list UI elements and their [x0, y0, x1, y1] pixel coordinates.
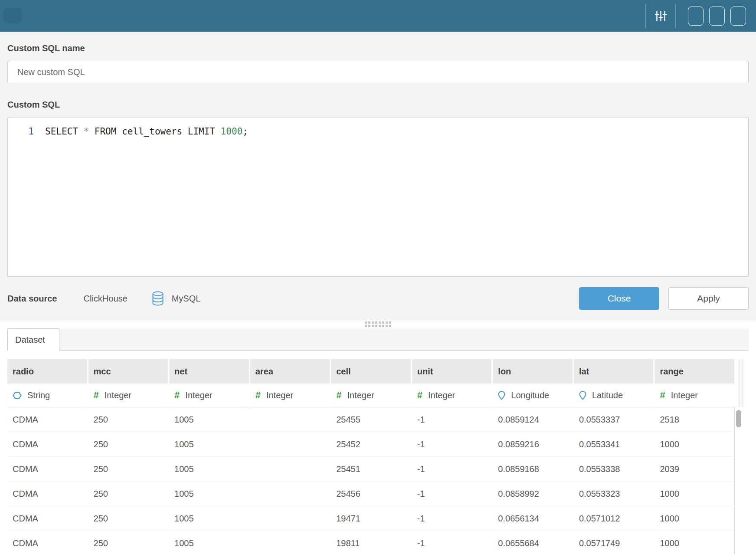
cell-mcc: 250 — [88, 407, 168, 432]
column-type-mcc: # Integer — [88, 384, 168, 407]
sql-token: ; — [242, 126, 248, 137]
data-source-option-clickhouse[interactable]: ClickHouse — [84, 294, 128, 304]
cell-range: 1000 — [655, 432, 734, 456]
topbar-action-button[interactable] — [730, 7, 746, 26]
apply-button[interactable]: Apply — [668, 287, 749, 310]
topbar — [0, 0, 756, 32]
table-row: CDMA 250 1005 25456 -1 0.0858992 0.05533… — [7, 481, 734, 506]
settings-button[interactable] — [652, 7, 669, 25]
sql-editor[interactable]: 1 SELECT * FROM cell_towers LIMIT 1000; — [7, 118, 749, 277]
cell-lon: 0.0858992 — [493, 482, 573, 506]
cell-mcc: 250 — [88, 482, 168, 506]
cell-net: 1005 — [169, 482, 249, 506]
cell-lat: 0.0571749 — [574, 531, 654, 554]
sql-token: SELECT — [45, 126, 84, 137]
column-header-lat[interactable]: lat — [574, 359, 654, 384]
cell-net: 1005 — [169, 531, 249, 554]
cell-unit: -1 — [412, 407, 492, 432]
cell-cell: 19811 — [331, 531, 411, 554]
column-header-range[interactable]: range — [655, 359, 734, 384]
cell-mcc: 250 — [88, 506, 168, 531]
cell-net: 1005 — [169, 407, 249, 432]
column-type-label: Integer — [671, 390, 698, 400]
cell-cell: 25452 — [331, 432, 411, 456]
cell-area — [250, 506, 330, 531]
cell-radio: CDMA — [7, 482, 87, 506]
column-type-label: Integer — [105, 390, 131, 400]
column-type-cell: # Integer — [331, 384, 411, 407]
cell-range: 1000 — [655, 506, 734, 531]
column-header-unit[interactable]: unit — [412, 359, 492, 384]
topbar-separator — [675, 4, 676, 28]
data-source-option-mysql[interactable]: MySQL — [152, 291, 201, 306]
sql-token: FROM cell_towers LIMIT — [89, 126, 220, 137]
integer-type-icon: # — [174, 390, 180, 401]
cell-lon: 0.0859216 — [493, 432, 573, 456]
table-vertical-scrollbar[interactable] — [734, 359, 749, 554]
cell-lon: 0.0859124 — [493, 407, 573, 432]
column-header-mcc[interactable]: mcc — [88, 359, 168, 384]
cell-lat: 0.0553341 — [574, 432, 654, 456]
cell-cell: 25455 — [331, 407, 411, 432]
topbar-menu-shade — [3, 8, 22, 23]
cell-range: 2039 — [655, 457, 734, 481]
column-type-net: # Integer — [169, 384, 249, 407]
cell-area — [250, 457, 330, 481]
cell-lon: 0.0656134 — [493, 506, 573, 531]
dataset-preview-pane: Dataset radio mcc net area cell unit lon… — [0, 328, 756, 554]
column-type-lat: Latitude — [574, 384, 654, 407]
cell-radio: CDMA — [7, 457, 87, 481]
column-header-lon[interactable]: lon — [493, 359, 573, 384]
cell-radio: CDMA — [7, 506, 87, 531]
data-source-label: Data source — [7, 294, 57, 304]
tab-dataset[interactable]: Dataset — [7, 328, 59, 351]
cell-lat: 0.0553337 — [574, 407, 654, 432]
topbar-action-button[interactable] — [709, 7, 725, 26]
column-type-lon: Longitude — [493, 384, 573, 407]
table-type-row: String # Integer # Integer # Integer # I… — [7, 384, 734, 407]
custom-sql-name-input[interactable] — [7, 61, 749, 83]
topbar-separator — [645, 4, 646, 28]
table-row: CDMA 250 1005 19811 -1 0.0655684 0.05717… — [7, 531, 734, 554]
column-header-cell[interactable]: cell — [331, 359, 411, 384]
column-header-net[interactable]: net — [169, 359, 249, 384]
cell-mcc: 250 — [88, 457, 168, 481]
column-type-label: Latitude — [592, 390, 623, 400]
column-type-range: # Integer — [655, 384, 734, 407]
sliders-icon — [655, 10, 667, 22]
tabstrip-filler — [59, 328, 749, 351]
column-header-area[interactable]: area — [250, 359, 330, 384]
cell-unit: -1 — [412, 531, 492, 554]
scrollbar-track-shade — [739, 359, 743, 407]
cell-unit: -1 — [412, 432, 492, 456]
cell-lat: 0.0553323 — [574, 482, 654, 506]
clickhouse-option-label: ClickHouse — [84, 294, 128, 304]
column-type-label: Integer — [428, 390, 455, 400]
column-type-unit: # Integer — [412, 384, 492, 407]
cell-area — [250, 482, 330, 506]
cell-lat: 0.0553338 — [574, 457, 654, 481]
table-rows: CDMA 250 1005 25455 -1 0.0859124 0.05533… — [7, 407, 734, 554]
cell-mcc: 250 — [88, 432, 168, 456]
cell-radio: CDMA — [7, 531, 87, 554]
table-row: CDMA 250 1005 19471 -1 0.0656134 0.05710… — [7, 506, 734, 531]
pane-resize-handle[interactable] — [0, 320, 756, 328]
sql-token-number: 1000 — [221, 126, 243, 137]
cell-cell: 25456 — [331, 482, 411, 506]
scrollbar-track-line — [734, 407, 735, 554]
integer-type-icon: # — [417, 390, 422, 401]
column-type-label: Longitude — [511, 390, 549, 400]
scrollbar-thumb[interactable] — [736, 410, 741, 427]
cell-range: 1000 — [655, 531, 734, 554]
custom-sql-pane: Custom SQL name Custom SQL 1 SELECT * FR… — [0, 32, 756, 320]
editor-line-number: 1 — [8, 125, 45, 276]
column-type-radio: String — [7, 384, 87, 407]
topbar-action-button[interactable] — [688, 7, 704, 26]
column-header-radio[interactable]: radio — [7, 359, 87, 384]
sql-code-line: SELECT * FROM cell_towers LIMIT 1000; — [45, 125, 248, 276]
cell-unit: -1 — [412, 506, 492, 531]
preview-table-area: radio mcc net area cell unit lon lat ran… — [7, 359, 749, 554]
cell-lon: 0.0655684 — [493, 531, 573, 554]
table-header-row: radio mcc net area cell unit lon lat ran… — [7, 359, 734, 384]
close-button[interactable]: Close — [579, 287, 659, 310]
